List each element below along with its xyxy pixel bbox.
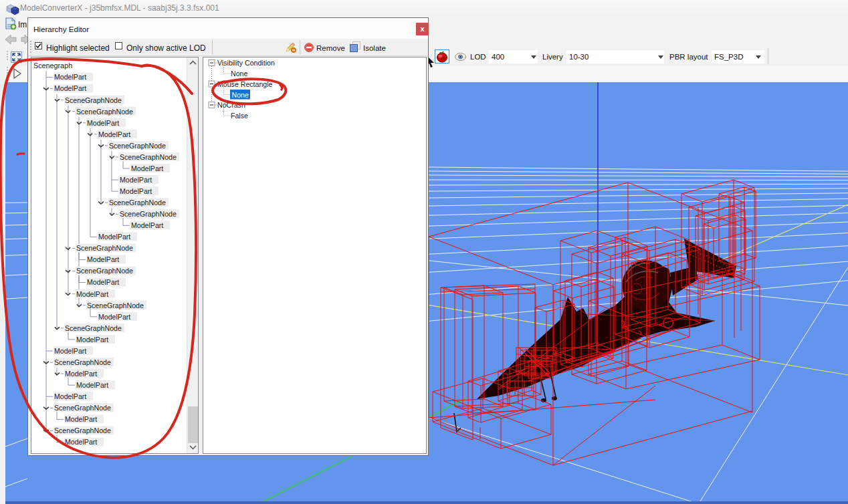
svg-text:ModelPart: ModelPart: [120, 187, 152, 195]
svg-text:SceneGraphNode: SceneGraphNode: [120, 210, 177, 218]
svg-text:ModelPart: ModelPart: [76, 336, 108, 344]
svg-text:ModelPart: ModelPart: [87, 278, 119, 286]
svg-text:Scenegraph: Scenegraph: [33, 61, 72, 70]
svg-text:None: None: [231, 70, 247, 78]
svg-text:ModelPart: ModelPart: [87, 255, 119, 263]
svg-text:SceneGraphNode: SceneGraphNode: [120, 153, 177, 161]
svg-text:SceneGraphNode: SceneGraphNode: [54, 358, 111, 366]
svg-text:SceneGraphNode: SceneGraphNode: [54, 426, 111, 434]
svg-text:ModelPart: ModelPart: [131, 164, 163, 172]
svg-text:ModelPart: ModelPart: [54, 392, 86, 400]
svg-text:ModelPart: ModelPart: [98, 233, 130, 241]
svg-text:ModelPart: ModelPart: [54, 73, 86, 81]
svg-text:SceneGraphNode: SceneGraphNode: [65, 324, 122, 332]
svg-text:ModelPart: ModelPart: [98, 313, 130, 321]
svg-text:Visibility Condition: Visibility Condition: [217, 59, 275, 67]
svg-text:ModelPart: ModelPart: [65, 415, 97, 423]
svg-text:ModelPart: ModelPart: [76, 290, 108, 298]
svg-text:ModelPart: ModelPart: [54, 84, 86, 92]
svg-text:SceneGraphNode: SceneGraphNode: [76, 244, 133, 252]
svg-text:SceneGraphNode: SceneGraphNode: [65, 96, 122, 104]
svg-text:SceneGraphNode: SceneGraphNode: [54, 404, 111, 412]
svg-text:ModelPart: ModelPart: [120, 176, 152, 184]
svg-text:SceneGraphNode: SceneGraphNode: [87, 301, 144, 309]
svg-text:Mouse Rectangle: Mouse Rectangle: [217, 80, 273, 88]
svg-text:SceneGraphNode: SceneGraphNode: [76, 267, 133, 275]
svg-text:ModelPart: ModelPart: [98, 130, 130, 138]
svg-text:ModelPart: ModelPart: [54, 347, 86, 355]
svg-text:None: None: [232, 91, 249, 99]
svg-text:SceneGraphNode: SceneGraphNode: [109, 142, 166, 150]
svg-text:NoCrash: NoCrash: [217, 101, 245, 109]
svg-text:ModelPart: ModelPart: [131, 221, 163, 229]
svg-text:False: False: [231, 112, 248, 120]
svg-text:SceneGraphNode: SceneGraphNode: [76, 108, 133, 116]
svg-text:ModelPart: ModelPart: [87, 119, 119, 127]
svg-text:ModelPart: ModelPart: [76, 381, 108, 389]
svg-text:SceneGraphNode: SceneGraphNode: [109, 199, 166, 207]
svg-text:ModelPart: ModelPart: [65, 370, 97, 378]
svg-text:ModelPart: ModelPart: [65, 438, 97, 446]
